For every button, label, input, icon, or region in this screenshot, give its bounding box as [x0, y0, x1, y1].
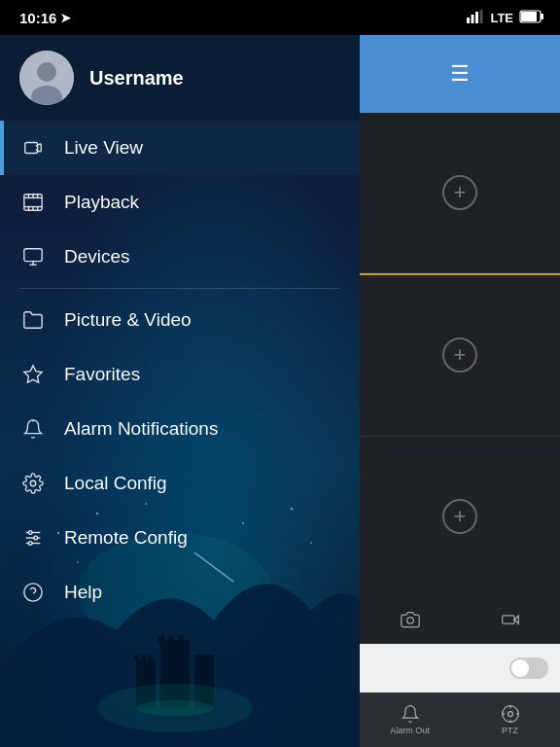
- sidebar-item-live-view[interactable]: Live View: [0, 121, 360, 175]
- add-camera-icon-2[interactable]: +: [442, 338, 477, 373]
- svg-rect-5: [541, 14, 543, 19]
- ptz-label: PTZ: [502, 726, 518, 735]
- help-circle-icon: [19, 579, 47, 606]
- sidebar-item-remote-config[interactable]: Remote Config: [0, 511, 360, 565]
- svg-rect-3: [480, 10, 483, 23]
- svg-point-19: [97, 684, 253, 732]
- star-icon: [19, 361, 47, 388]
- right-panel: ☰ + + +: [360, 35, 560, 747]
- nav-item-ptz[interactable]: PTZ: [460, 693, 560, 747]
- profile-section: Username: [0, 35, 360, 121]
- svg-point-53: [406, 618, 413, 624]
- film-icon: [19, 189, 47, 216]
- monitor-icon: [19, 243, 47, 270]
- sidebar-item-alarm-notifications[interactable]: Alarm Notifications: [0, 402, 360, 456]
- svg-point-56: [502, 706, 518, 723]
- svg-rect-15: [134, 655, 139, 661]
- svg-rect-1: [472, 15, 474, 23]
- svg-point-48: [28, 531, 32, 535]
- bottom-controls: Alarm Out PTZ: [360, 596, 560, 747]
- time-display: 10:16: [19, 10, 56, 26]
- remote-config-label: Remote Config: [64, 527, 188, 549]
- bottom-nav: Alarm Out PTZ: [360, 693, 560, 747]
- username-label: Username: [89, 67, 184, 89]
- bell-alert-icon: [19, 415, 47, 443]
- sidebar-item-favorites[interactable]: Favorites: [0, 347, 360, 402]
- svg-rect-12: [158, 635, 164, 643]
- crosshair-icon: [501, 704, 520, 724]
- sidebar-item-devices[interactable]: Devices: [0, 230, 360, 284]
- svg-rect-13: [168, 635, 174, 643]
- svg-point-51: [24, 584, 42, 601]
- avatar: [19, 51, 74, 105]
- app-container: Username Live View Playback: [0, 35, 560, 747]
- help-label: Help: [64, 582, 102, 603]
- live-view-label: Live View: [64, 137, 143, 159]
- menu-divider: [19, 288, 340, 289]
- svg-point-49: [34, 536, 38, 540]
- picture-video-label: Picture & Video: [64, 309, 192, 331]
- svg-rect-17: [148, 655, 153, 661]
- devices-label: Devices: [64, 246, 130, 267]
- sidebar: Username Live View Playback: [0, 35, 360, 747]
- svg-rect-6: [521, 12, 537, 21]
- svg-rect-54: [502, 616, 514, 623]
- signal-icon: [467, 10, 484, 26]
- camera-slot-1[interactable]: +: [360, 113, 560, 273]
- nav-item-alarm-out[interactable]: Alarm Out: [360, 693, 460, 747]
- add-camera-icon-3[interactable]: +: [442, 499, 477, 534]
- toggle-row: [360, 644, 560, 693]
- local-config-label: Local Config: [64, 473, 167, 494]
- svg-rect-0: [467, 18, 470, 23]
- add-camera-icon-1[interactable]: +: [442, 175, 477, 210]
- network-type: LTE: [490, 11, 513, 25]
- status-right: LTE: [467, 10, 544, 26]
- svg-rect-14: [178, 635, 184, 643]
- menu-button[interactable]: ☰: [360, 35, 560, 113]
- sidebar-item-playback[interactable]: Playback: [0, 175, 360, 230]
- alarm-out-label: Alarm Out: [390, 726, 430, 735]
- svg-rect-2: [475, 12, 478, 23]
- menu-items: Live View Playback Devices: [0, 121, 360, 620]
- sliders-icon: [19, 524, 47, 551]
- camera-slot-3[interactable]: +: [360, 437, 560, 596]
- favorites-label: Favorites: [64, 364, 140, 385]
- camera-icon: [19, 134, 47, 161]
- sidebar-item-picture-video[interactable]: Picture & Video: [0, 293, 360, 347]
- svg-marker-55: [514, 616, 518, 623]
- record-icon[interactable]: [460, 602, 560, 637]
- snapshot-icon[interactable]: [360, 602, 460, 637]
- svg-marker-42: [24, 366, 42, 382]
- status-time: 10:16 ➤: [19, 10, 71, 26]
- status-bar: 10:16 ➤ LTE: [0, 0, 560, 35]
- location-icon: ➤: [60, 11, 71, 25]
- battery-icon: [519, 10, 544, 26]
- svg-rect-16: [141, 655, 146, 661]
- svg-point-44: [30, 480, 36, 486]
- folder-icon: [19, 306, 47, 334]
- svg-point-57: [508, 712, 512, 717]
- sidebar-item-local-config[interactable]: Local Config: [0, 456, 360, 511]
- playback-label: Playback: [64, 192, 139, 213]
- settings-icon: [19, 470, 47, 497]
- camera-slots: + + +: [360, 113, 560, 596]
- sidebar-item-help[interactable]: Help: [0, 565, 360, 620]
- camera-controls-row: [360, 596, 560, 644]
- svg-point-28: [37, 62, 56, 82]
- alarm-notifications-label: Alarm Notifications: [64, 418, 218, 440]
- bell-icon: [401, 704, 420, 724]
- toggle-switch[interactable]: [509, 658, 548, 679]
- svg-point-50: [28, 542, 32, 546]
- camera-slot-2[interactable]: +: [360, 273, 560, 436]
- svg-rect-39: [24, 249, 42, 262]
- hamburger-icon: ☰: [450, 63, 470, 85]
